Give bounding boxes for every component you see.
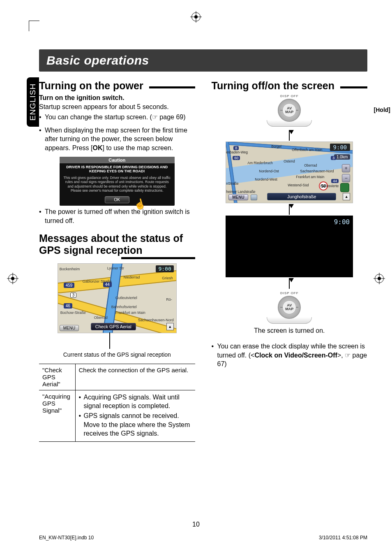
caution-dialog: Caution DRIVER IS RESPONSIBLE FOR DRIVIN… <box>60 157 175 206</box>
bullet-change-startup: You can change the startup screen. (☞ pa… <box>39 113 195 122</box>
crop-mark <box>29 21 39 31</box>
compass-icon: ▲ <box>166 323 174 330</box>
av-map-dial[interactable]: AVMAP <box>278 99 301 122</box>
heading-text: Turning on the power <box>39 80 143 92</box>
caution-line1: DRIVER IS RESPONSIBLE FOR DRIVING DECISI… <box>60 163 175 174</box>
road-sign: 3 <box>70 292 77 298</box>
startup-para: Startup screen appears for about 5 secon… <box>39 102 195 111</box>
bullet-map-first-time: When displaying the map screen for the f… <box>39 126 195 153</box>
road-badge: 60 <box>233 156 240 160</box>
dial-press: DISP OFF AVMAP <box>212 291 368 324</box>
road-badge: 3 <box>331 156 336 160</box>
gps-caption: Current status of the GPS signal recepti… <box>39 351 195 358</box>
menu-button[interactable]: MENU <box>60 325 79 331</box>
right-column: Turning off/on the screen DISP OFF AVMAP… <box>212 80 368 442</box>
map-clock: 9:00 <box>330 144 350 151</box>
map-scale: 1.0km <box>334 154 350 160</box>
map-screenshot-on: 9:00 1.0km + − 50 8 3 44 60 Bürgel Offen… <box>226 142 353 203</box>
compass-icon: ▲ <box>343 193 350 200</box>
ok-button[interactable]: OK <box>105 196 129 203</box>
left-column: Turning on the power Turn on the ignitio… <box>39 80 195 442</box>
road-badge: 46 <box>64 303 72 309</box>
blank-clock: 9:00 <box>334 218 350 226</box>
heading-rule <box>340 86 367 88</box>
arrow-down-icon <box>289 204 290 215</box>
heading-gps-messages: Messages about the status of GPS signal … <box>39 232 195 256</box>
sub-ignition: Turn on the ignition switch. <box>39 93 195 102</box>
heading-turning-on-power: Turning on the power <box>39 80 195 92</box>
disp-off-label: DISP OFF <box>212 291 368 295</box>
bullet-list-2: When displaying the map screen for the f… <box>39 126 195 153</box>
msg-desc: Acquiring GPS signals. Wait until signal… <box>75 390 195 441</box>
registration-mark-left <box>8 274 17 283</box>
av-map-dial[interactable]: AVMAP <box>278 296 301 319</box>
view-button[interactable] <box>251 195 257 200</box>
heading-rule <box>149 86 195 88</box>
msg-desc: Check the connection of the GPS aerial. <box>75 364 195 390</box>
arrow-down-icon <box>289 278 290 289</box>
page-number: 10 <box>192 521 200 528</box>
page: ENGLISH Basic operations Turning on the … <box>0 0 392 557</box>
footer-right: 3/10/2011 4:51:08 PM <box>319 535 367 541</box>
disp-off-label: DISP OFF <box>212 94 368 98</box>
ok-key: OK <box>93 144 103 151</box>
bullet-erase-clock: You can erase the clock display while th… <box>212 342 368 369</box>
heading-turning-off-on-screen: Turning off/on the screen <box>212 80 368 92</box>
registration-mark-top <box>191 12 201 21</box>
road-badge: 8 <box>233 146 239 150</box>
heading-text: Messages about the status of GPS signal … <box>39 232 195 256</box>
page-title: Basic operations <box>39 49 367 72</box>
caution-body: This unit gives guidance only. Driver mu… <box>60 174 175 195</box>
screen-off-shot: 9:00 <box>226 216 353 277</box>
heading-text: Turning off/on the screen <box>212 80 335 92</box>
road-badge: 459 <box>64 283 75 288</box>
msg-key: "Check GPS Aerial" <box>39 364 75 390</box>
gps-clock: 9:00 <box>156 265 173 272</box>
road-badge: 44 <box>331 179 339 183</box>
bullet-list-3: The power is turned off when the ignitio… <box>39 207 195 225</box>
poi-icon <box>340 183 349 192</box>
gps-status-bar: Check GPS Aerial <box>91 323 136 330</box>
arrow-down-icon <box>289 130 290 141</box>
content-area: ENGLISH Basic operations Turning on the … <box>39 49 367 508</box>
table-row: "Acquiring GPS Signal" Acquiring GPS sig… <box>39 390 195 441</box>
callout-leader <box>109 332 110 349</box>
zoom-in-button[interactable]: + <box>342 164 350 172</box>
msg-key: "Acquiring GPS Signal" <box>39 390 75 441</box>
caution-header: Caution <box>60 157 175 163</box>
gps-messages-table: "Check GPS Aerial" Check the connection … <box>39 364 195 442</box>
language-tab: ENGLISH <box>27 77 39 127</box>
dial-center-label: AVMAP <box>282 103 296 117</box>
screen-on-caption: The screen is turned on. <box>212 327 368 334</box>
gps-map-screenshot: 9:00 459 3 46 44 Lyoner Str Niederrad Gr… <box>58 263 177 333</box>
zoom-out-button[interactable]: − <box>342 174 350 182</box>
menu-button[interactable]: MENU <box>228 194 248 200</box>
street-bar: Junghofstraße <box>267 193 336 200</box>
heading-rule <box>121 257 195 259</box>
hold-label: [Hold] <box>374 107 390 113</box>
bullet-list-right: You can erase the clock display while th… <box>212 342 368 369</box>
language-label: ENGLISH <box>28 84 37 121</box>
columns: Turning on the power Turn on the ignitio… <box>39 80 367 442</box>
registration-mark-right <box>375 274 384 283</box>
dial-hold: DISP OFF AVMAP [Hold] <box>212 94 368 127</box>
bullet-list-1: You can change the startup screen. (☞ pa… <box>39 113 195 122</box>
table-row: "Check GPS Aerial" Check the connection … <box>39 364 195 390</box>
bullet-power-off: The power is turned off when the ignitio… <box>39 207 195 225</box>
option-name: Clock on Video/Screen-Off <box>254 352 337 359</box>
footer-left: EN_KW-NT30[E].indb 10 <box>39 535 94 541</box>
dial-center-label: AVMAP <box>282 300 296 314</box>
